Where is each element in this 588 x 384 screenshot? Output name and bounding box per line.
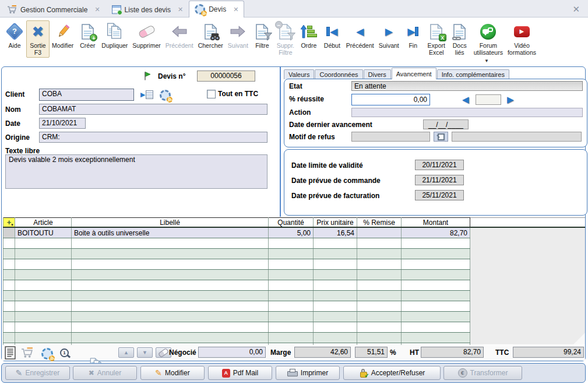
date-field[interactable]: 21/10/2021: [39, 118, 86, 129]
cart-icon[interactable]: [21, 347, 33, 360]
tab-coordonnees[interactable]: Coordonnées: [315, 69, 362, 79]
enregistrer-button[interactable]: ✎ Enregistrer: [5, 366, 70, 380]
toolbar-creer[interactable]: + Créer: [76, 20, 99, 51]
devis-number-field[interactable]: 00000056: [197, 71, 255, 82]
arrow-left-icon: [170, 22, 189, 41]
toolbar-suivant-nav[interactable]: ▶ Suivant: [376, 20, 402, 51]
toolbar-aide[interactable]: ? Aide: [3, 20, 26, 51]
nom-field[interactable]: COBAMAT: [39, 104, 267, 115]
annuler-button[interactable]: ✖ Annuler: [73, 366, 137, 380]
goto-client-list-icon[interactable]: ▶: [140, 90, 153, 99]
motif-picker-button[interactable]: [434, 132, 448, 142]
table-row-empty[interactable]: [3, 270, 470, 280]
table-row-empty[interactable]: [3, 312, 470, 322]
accepter-refuser-button[interactable]: ✔ Accepter/Refuser: [343, 366, 441, 380]
client-field[interactable]: COBA: [39, 89, 134, 101]
table-row-empty[interactable]: [3, 333, 470, 343]
negocie-field[interactable]: 0,00: [198, 347, 266, 358]
tout-en-ttc-checkbox[interactable]: [207, 90, 216, 98]
row-selector[interactable]: [3, 227, 15, 238]
table-row-selected[interactable]: BOITOUTU Boite à outils universelle 5,00…: [3, 227, 470, 238]
toolbar-video[interactable]: ▶ Vidéo formations: [505, 20, 538, 58]
close-tab-icon[interactable]: ✕: [178, 6, 183, 13]
next-record-icon: ▶: [379, 22, 398, 41]
col-prix-unitaire[interactable]: Prix unitaire: [314, 218, 357, 228]
imprimer-button[interactable]: Imprimer: [276, 366, 340, 380]
col-quantite[interactable]: Quantité: [269, 218, 314, 228]
move-up-button[interactable]: ▲: [118, 347, 134, 358]
tab-valeurs[interactable]: Valeurs: [284, 69, 314, 79]
table-row-empty[interactable]: [3, 238, 470, 249]
cell-libelle[interactable]: Boite à outils universelle: [72, 227, 269, 238]
texte-libre-field[interactable]: Devis valable 2 mois exceptionnellement: [5, 154, 267, 189]
close-tab-icon[interactable]: ✕: [94, 6, 100, 13]
tab-info-complementaires[interactable]: Info. complémentaires: [437, 69, 509, 79]
toolbar-docs-lies[interactable]: Docs liés: [448, 20, 471, 58]
toolbar-suivant-fiche[interactable]: Suivant: [226, 20, 251, 51]
pdf-icon: A: [222, 369, 230, 378]
transformer-button[interactable]: € Transformer: [443, 366, 522, 380]
table-row-empty[interactable]: [3, 322, 470, 333]
cell-prix-unitaire[interactable]: 16,54: [314, 227, 357, 238]
pdf-mail-button[interactable]: A Pdf Mail: [208, 366, 272, 380]
action-field[interactable]: [351, 108, 583, 117]
toolbar-fin[interactable]: ▶ Fin: [402, 20, 425, 51]
table-row-empty[interactable]: [3, 249, 470, 259]
move-down-button[interactable]: ▼: [137, 347, 153, 358]
toolbar-forum[interactable]: Forum utilisateurs: [471, 20, 505, 58]
col-remise[interactable]: % Remise: [357, 218, 402, 228]
toolbar-chercher[interactable]: Chercher: [196, 20, 226, 51]
toolbar-suppr-filtre[interactable]: − Suppr. Filtre: [274, 20, 297, 58]
toolbar-debut[interactable]: ◀ Début: [321, 20, 344, 51]
toolbar-export-excel[interactable]: X Export Excel: [425, 20, 448, 58]
toolbar-dupliquer[interactable]: Dupliquer: [99, 20, 130, 51]
facturation-field[interactable]: 25/11/2021: [415, 190, 464, 200]
col-montant[interactable]: Montant: [402, 218, 470, 228]
spinner-value-box[interactable]: [476, 94, 501, 105]
commande-field[interactable]: 21/11/2021: [415, 175, 464, 185]
linked-docs-icon: [450, 22, 469, 41]
toolbar-supprimer[interactable]: Supprimer: [130, 20, 163, 51]
toolbar-ordre[interactable]: Ordre: [297, 20, 321, 51]
validite-field[interactable]: 20/11/2021: [415, 160, 464, 170]
cell-montant[interactable]: 82,70: [402, 227, 470, 238]
toolbar-precedent-nav[interactable]: ◀ Précédent: [344, 20, 376, 51]
add-line-button[interactable]: +▼: [3, 218, 15, 228]
toolbar-sortie[interactable]: ✖ Sortie F3: [26, 20, 50, 58]
toolbar-overflow-icon[interactable]: ▼: [484, 58, 489, 64]
cell-quantite[interactable]: 5,00: [269, 227, 314, 238]
dernier-avancement-label: Date dernier avancement: [289, 121, 372, 129]
table-row-empty[interactable]: [3, 291, 470, 301]
toolbar-precedent-fiche[interactable]: Précédent: [163, 20, 196, 51]
col-article[interactable]: Article: [15, 218, 72, 228]
zoom-one-icon[interactable]: 1: [60, 348, 69, 357]
toolbar-modifier[interactable]: Modifier: [50, 20, 76, 51]
tab-divers[interactable]: Divers: [364, 69, 391, 79]
close-window-icon[interactable]: ✕: [572, 4, 580, 15]
modifier-button[interactable]: ✎ Modifier: [140, 366, 205, 380]
flag-icon: [143, 71, 152, 83]
tab-devis[interactable]: Devis ✕: [189, 1, 244, 17]
tab-avancement[interactable]: Avancement: [392, 68, 436, 79]
toolbar-filtre[interactable]: Filtre: [251, 20, 274, 51]
tab-liste-des-devis[interactable]: Liste des devis ✕: [106, 2, 189, 17]
tout-en-ttc-label: Tout en TTC: [218, 90, 258, 98]
commande-label: Date prévue de commande: [291, 177, 381, 185]
notes-icon[interactable]: [5, 346, 16, 361]
reussite-field[interactable]: 0,00: [351, 94, 430, 105]
table-row-empty[interactable]: [3, 301, 470, 312]
spinner-left-icon[interactable]: ◀: [462, 95, 469, 104]
texte-libre-label: Texte libre: [5, 147, 40, 155]
col-libelle[interactable]: Libellé: [72, 218, 269, 228]
origine-field[interactable]: CRM:: [39, 132, 267, 143]
settings-gear-icon[interactable]: [41, 348, 53, 360]
close-tab-icon[interactable]: ✕: [233, 6, 238, 13]
client-settings-gear-icon[interactable]: [160, 90, 171, 101]
table-row-empty[interactable]: [3, 259, 470, 270]
table-row-empty[interactable]: [3, 280, 470, 291]
dernier-avancement-field[interactable]: __/__/____: [423, 119, 469, 129]
cell-remise[interactable]: [357, 227, 402, 238]
cell-article[interactable]: BOITOUTU: [15, 227, 72, 238]
tab-gestion-commerciale[interactable]: Gestion Commerciale ✕: [1, 2, 106, 17]
spinner-right-icon[interactable]: ▶: [507, 95, 514, 104]
